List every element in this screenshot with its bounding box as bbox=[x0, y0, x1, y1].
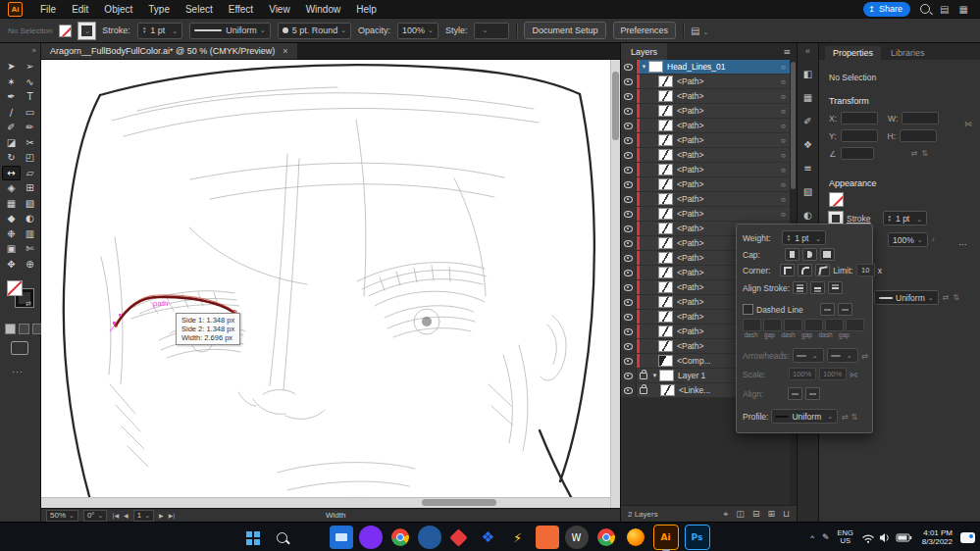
target-circle-icon[interactable] bbox=[778, 77, 789, 86]
gap-input-3[interactable] bbox=[846, 319, 864, 331]
notification-center-button[interactable] bbox=[960, 532, 975, 543]
stroke-weight-stepper[interactable]: ▲▼ 1 pt bbox=[883, 211, 928, 225]
tab-properties[interactable]: Properties bbox=[825, 46, 881, 60]
eraser-tool[interactable]: ◪ bbox=[2, 135, 21, 151]
visibility-eye-icon[interactable] bbox=[621, 133, 637, 147]
eyedropper-tool[interactable]: ◆ bbox=[2, 211, 21, 226]
target-circle-icon[interactable] bbox=[778, 195, 789, 204]
paintbrush-tool[interactable]: ✐ bbox=[2, 120, 21, 135]
target-circle-icon[interactable] bbox=[778, 180, 789, 189]
opacity-dropdown[interactable]: 100% bbox=[397, 23, 438, 39]
fill-swatch[interactable] bbox=[59, 25, 72, 37]
flip-along-icon[interactable]: ⇄ bbox=[841, 412, 848, 422]
pen-menu-icon[interactable]: ✎ bbox=[822, 532, 830, 542]
slice-tool[interactable]: ✄ bbox=[21, 241, 39, 257]
align-options-icon[interactable]: ▤ bbox=[691, 25, 708, 36]
layer-thumbnail[interactable] bbox=[659, 370, 674, 381]
layer-thumbnail[interactable] bbox=[658, 223, 673, 234]
flip-along-icon[interactable]: ⇄ bbox=[943, 293, 950, 302]
new-sublayer-button[interactable]: ⊟ bbox=[752, 509, 760, 520]
horizontal-scrollbar[interactable] bbox=[41, 497, 610, 508]
rotate-tool[interactable]: ↻ bbox=[2, 150, 21, 166]
layer-row-path[interactable]: <Path> bbox=[621, 119, 797, 133]
visibility-eye-icon[interactable] bbox=[621, 280, 637, 294]
layer-thumbnail[interactable] bbox=[658, 120, 673, 131]
h-input[interactable] bbox=[900, 129, 937, 142]
delete-selection-button[interactable]: ⊔ bbox=[783, 509, 790, 520]
direct-selection-tool[interactable]: ➢ bbox=[21, 59, 39, 75]
clock[interactable]: 4:01 PM 8/3/2022 bbox=[922, 528, 953, 546]
brushes-panel-icon[interactable]: ✐ bbox=[803, 116, 811, 126]
width-profile-dropdown[interactable]: Uniform bbox=[874, 290, 939, 305]
previous-artboard-icon[interactable]: ◀ bbox=[124, 512, 129, 519]
tab-layers[interactable]: Layers bbox=[621, 43, 667, 60]
colorful-app-icon[interactable] bbox=[594, 526, 618, 549]
menu-type[interactable]: Type bbox=[140, 0, 178, 18]
width-tool[interactable]: ↔ bbox=[2, 166, 21, 181]
visibility-eye-icon[interactable] bbox=[621, 310, 637, 324]
visibility-eye-icon[interactable] bbox=[621, 75, 637, 88]
pen-tool[interactable]: ✒ bbox=[2, 89, 21, 105]
expand-panels-icon[interactable]: « bbox=[805, 46, 810, 56]
dash-input-1[interactable] bbox=[743, 319, 761, 331]
target-circle-icon[interactable] bbox=[778, 151, 789, 160]
round-cap-button[interactable] bbox=[802, 248, 817, 261]
arrowhead-end-dropdown[interactable] bbox=[827, 348, 858, 363]
visibility-eye-icon[interactable] bbox=[621, 177, 637, 191]
visibility-eye-icon[interactable] bbox=[621, 89, 637, 103]
dropbox-icon[interactable]: ❖ bbox=[477, 526, 500, 549]
link-scale-icon[interactable]: ⋈ bbox=[850, 370, 858, 379]
layer-thumbnail[interactable] bbox=[658, 105, 673, 117]
symbol-sprayer-tool[interactable]: ❉ bbox=[2, 226, 21, 242]
target-circle-icon[interactable] bbox=[778, 63, 789, 72]
scale-tool[interactable]: ◰ bbox=[21, 150, 39, 166]
menu-effect[interactable]: Effect bbox=[221, 0, 261, 18]
layer-thumbnail[interactable] bbox=[658, 208, 673, 220]
flip-horizontal-icon[interactable]: ⇄ bbox=[911, 149, 918, 158]
red-app-icon[interactable] bbox=[447, 526, 471, 549]
selection-tool[interactable]: ➤ bbox=[2, 59, 21, 75]
line-segment-tool[interactable]: ∕ bbox=[2, 105, 21, 121]
purple-app-icon[interactable] bbox=[359, 526, 383, 549]
stroke-panel-icon[interactable]: ≡ bbox=[803, 163, 811, 174]
shape-builder-tool[interactable]: ◈ bbox=[2, 180, 21, 196]
gap-input-2[interactable] bbox=[804, 319, 823, 331]
blend-tool[interactable]: ◐ bbox=[21, 211, 39, 226]
flip-across-icon[interactable]: ⇅ bbox=[953, 293, 959, 302]
align-center-button[interactable] bbox=[793, 281, 807, 294]
artboard-tool[interactable]: ▣ bbox=[2, 241, 21, 257]
brush-definition-dropdown[interactable]: 5 pt. Round bbox=[278, 23, 351, 39]
rotation-dropdown[interactable]: 0° bbox=[83, 510, 108, 522]
mesh-tool[interactable]: ▦ bbox=[2, 196, 21, 212]
blue-folder-icon[interactable] bbox=[716, 526, 740, 549]
artboard-canvas[interactable]: path Side 1: 1.348 px Side 2: 1.348 px W… bbox=[41, 60, 610, 508]
scale-end-input[interactable]: 100% bbox=[819, 368, 847, 380]
miter-join-button[interactable] bbox=[780, 264, 795, 276]
align-tip-button[interactable] bbox=[788, 387, 802, 400]
flip-vertical-icon[interactable]: ⇅ bbox=[921, 149, 928, 158]
layer-thumbnail[interactable] bbox=[658, 311, 673, 323]
dash-input-3[interactable] bbox=[825, 319, 844, 331]
pencil-tool[interactable]: ✏ bbox=[21, 120, 39, 135]
menu-window[interactable]: Window bbox=[298, 0, 349, 18]
style-dropdown[interactable] bbox=[474, 23, 509, 39]
vertical-scrollbar[interactable] bbox=[610, 60, 620, 508]
flip-across-icon[interactable]: ⇅ bbox=[851, 412, 858, 422]
hidden-icons-caret[interactable]: ^ bbox=[810, 533, 814, 542]
gradient-tool[interactable]: ▧ bbox=[21, 196, 39, 212]
butt-cap-button[interactable] bbox=[785, 248, 799, 261]
arrowhead-start-dropdown[interactable] bbox=[793, 348, 824, 363]
visibility-eye-icon[interactable] bbox=[621, 222, 637, 235]
perspective-grid-tool[interactable]: ⊞ bbox=[21, 180, 39, 196]
first-artboard-icon[interactable]: |◀ bbox=[112, 512, 119, 519]
menu-help[interactable]: Help bbox=[348, 0, 385, 18]
last-artboard-icon[interactable]: ▶| bbox=[169, 512, 176, 519]
edit-toolbar-button[interactable]: ··· bbox=[12, 367, 24, 376]
visibility-eye-icon[interactable] bbox=[621, 192, 637, 206]
visibility-eye-icon[interactable] bbox=[621, 354, 637, 368]
visibility-eye-icon[interactable] bbox=[621, 236, 637, 250]
menu-select[interactable]: Select bbox=[178, 0, 221, 18]
transparency-panel-icon[interactable]: ◐ bbox=[803, 210, 812, 221]
bevel-join-button[interactable] bbox=[815, 264, 830, 276]
horizontal-scroll-thumb[interactable] bbox=[422, 499, 496, 506]
